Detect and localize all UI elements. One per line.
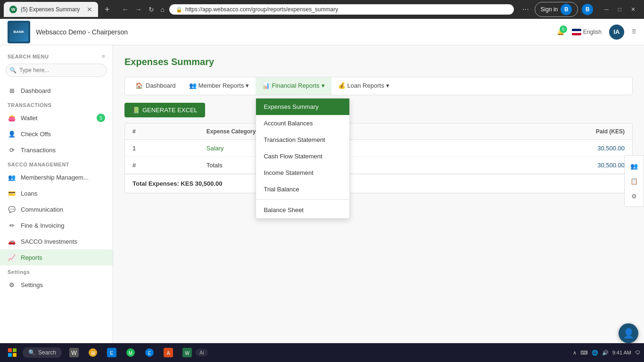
nav-loan-reports[interactable]: 💰 Loan Reports ▾	[331, 77, 396, 95]
taskbar-item-6[interactable]: A	[160, 344, 177, 361]
forward-button[interactable]: →	[133, 4, 144, 15]
dropdown-income-statement[interactable]: Income Statement	[256, 165, 349, 181]
sidebar-item-dashboard[interactable]: ⊞ Dashboard	[0, 82, 113, 99]
taskbar: 🔍 Search W ⊞ E M E A W Ai ∧ ⌨ 🌐	[0, 343, 644, 362]
main-content: Expenses Summary 🏠 Dashboard 👥 Member Re…	[113, 45, 644, 362]
nav-dashboard[interactable]: 🏠 Dashboard	[129, 77, 182, 95]
bing-copilot-icon[interactable]: B	[582, 4, 593, 15]
browser-menu-button[interactable]: ⋯	[520, 4, 531, 15]
new-tab-button[interactable]: +	[101, 3, 114, 16]
app-logo: BANK	[8, 21, 30, 43]
tab-title: (5) Expenses Summary	[21, 6, 80, 13]
grid-menu-icon[interactable]: ⠿	[632, 28, 636, 35]
loan-reports-icon: 💰	[338, 82, 346, 89]
user-avatar[interactable]: IA	[609, 25, 624, 40]
sidebar-item-communication[interactable]: 💬 Communication	[0, 201, 113, 217]
sidebar-item-membership[interactable]: 👥 Membership Managem...	[0, 169, 113, 185]
sidebar-item-transactions[interactable]: ⟳ Transactions	[0, 142, 113, 158]
right-sidebar-settings-icon[interactable]: ⚙	[627, 189, 641, 203]
sign-in-button[interactable]: Sign in B	[535, 2, 578, 17]
totals-row: # Totals 30,500.00	[125, 157, 632, 174]
refresh-button[interactable]: ↻	[147, 4, 156, 15]
svg-rect-0	[8, 348, 12, 352]
svg-text:E: E	[148, 351, 151, 356]
nav-member-reports[interactable]: 👥 Member Reports ▾	[182, 77, 256, 95]
home-button[interactable]: ⌂	[159, 4, 166, 15]
url-text: https://app.websacco.com/group/reports/e…	[185, 6, 338, 13]
tab-close-button[interactable]: ✕	[87, 6, 92, 13]
taskbar-search[interactable]: 🔍 Search	[23, 347, 62, 358]
search-input[interactable]	[6, 64, 107, 77]
maximize-button[interactable]: □	[613, 4, 626, 15]
wallet-icon: 👛	[8, 114, 16, 122]
close-window-button[interactable]: ✕	[626, 4, 640, 15]
settings-icon: ⚙	[8, 280, 16, 289]
balance-sheet-label: Balance Sheet	[264, 206, 304, 214]
app-body: SEARCH MENU ≡ 🔍 ⊞ Dashboard TRANSACTIONS…	[0, 45, 644, 362]
browser-tab[interactable]: W (5) Expenses Summary ✕	[4, 2, 98, 17]
support-icon: 👤	[623, 328, 635, 339]
browser-actions: ⋯ Sign in B B	[520, 2, 594, 17]
right-sidebar-users-icon[interactable]: 👥	[627, 159, 641, 173]
dropdown-cash-flow[interactable]: Cash Flow Statement	[256, 148, 349, 165]
dropdown-transaction-statement[interactable]: Transaction Statement	[256, 132, 349, 148]
membership-icon: 👥	[8, 173, 16, 181]
dropdown-account-balances[interactable]: Account Balances	[256, 115, 349, 132]
loan-reports-chevron: ▾	[386, 82, 389, 89]
dropdown-balance-sheet[interactable]: Balance Sheet	[256, 202, 349, 218]
keyboard-icon[interactable]: ⌨	[580, 350, 588, 356]
network-icon[interactable]: 🌐	[592, 350, 598, 356]
hamburger-icon: ≡	[101, 53, 105, 60]
sidebar-label-checkoffs: Check Offs	[21, 131, 51, 138]
svg-text:W: W	[71, 350, 77, 356]
dashboard-nav-icon: 🏠	[135, 82, 143, 89]
sidebar-label-dashboard: Dashboard	[21, 87, 51, 94]
table-header-row: # Expense Category Paid (KES)	[125, 123, 632, 140]
sidebar-item-fine-invoicing[interactable]: ✏ Fine & Invoicing	[0, 217, 113, 233]
tray-up-icon[interactable]: ∧	[573, 350, 577, 356]
right-sidebar-docs-icon[interactable]: 📋	[627, 174, 641, 188]
sidebar-item-checkoffs[interactable]: 👤 Check Offs	[0, 126, 113, 142]
sidebar-label-reports: Reports	[21, 254, 42, 261]
dropdown-expenses-summary[interactable]: Expenses Summary	[256, 99, 349, 115]
sidebar: SEARCH MENU ≡ 🔍 ⊞ Dashboard TRANSACTIONS…	[0, 45, 113, 362]
clock-time: 9:41 AM	[612, 350, 631, 355]
sidebar-item-investments[interactable]: 🚗 SACCO Investments	[0, 233, 113, 249]
support-chat-button[interactable]: 👤	[619, 323, 638, 343]
dropdown-trial-balance[interactable]: Trial Balance	[256, 181, 349, 197]
minimize-button[interactable]: ─	[600, 4, 613, 15]
sign-in-label: Sign in	[541, 6, 558, 13]
row-paid: 30,500.00	[456, 140, 632, 157]
sidebar-item-loans[interactable]: 💳 Loans	[0, 185, 113, 201]
notification-button[interactable]: 🔔 5	[557, 28, 564, 35]
ai-indicator[interactable]: Ai	[196, 349, 208, 356]
lock-icon: 🔒	[176, 7, 182, 13]
sidebar-item-reports[interactable]: 📈 Reports	[0, 249, 113, 265]
address-bar[interactable]: 🔒 https://app.websacco.com/group/reports…	[169, 4, 514, 15]
expenses-summary-label: Expenses Summary	[264, 103, 318, 110]
totals-paid: 30,500.00	[456, 157, 632, 174]
taskbar-item-1[interactable]: W	[66, 344, 83, 361]
taskbar-item-4[interactable]: M	[122, 344, 139, 361]
taskbar-clock[interactable]: 9:41 AM	[612, 350, 631, 355]
nav-financial-reports-label: Financial Reports	[272, 82, 319, 89]
generate-excel-button[interactable]: 📗 GENERATE EXCEL	[124, 103, 205, 117]
language-selector[interactable]: English	[572, 29, 602, 35]
notification-center-icon[interactable]: 🗨	[635, 350, 640, 355]
search-icon: 🔍	[9, 67, 17, 74]
taskbar-item-7[interactable]: W	[179, 344, 196, 361]
total-expenses-value: KES 30,500.00	[181, 180, 222, 187]
taskbar-item-2[interactable]: ⊞	[84, 344, 101, 361]
sidebar-item-settings[interactable]: ⚙ Settings	[0, 277, 113, 293]
taskbar-item-3[interactable]: E	[103, 344, 120, 361]
start-button[interactable]	[4, 344, 21, 361]
svg-rect-2	[8, 353, 12, 357]
investments-icon: 🚗	[8, 237, 16, 246]
nav-financial-reports[interactable]: 📊 Financial Reports ▾ Expenses Summary A…	[256, 77, 331, 95]
income-statement-label: Income Statement	[264, 169, 314, 176]
transactions-header: TRANSACTIONS	[0, 99, 113, 110]
volume-icon[interactable]: 🔊	[602, 350, 609, 356]
sidebar-item-wallet[interactable]: 👛 Wallet 5	[0, 110, 113, 126]
taskbar-item-5[interactable]: E	[141, 344, 158, 361]
back-button[interactable]: ←	[120, 4, 131, 15]
